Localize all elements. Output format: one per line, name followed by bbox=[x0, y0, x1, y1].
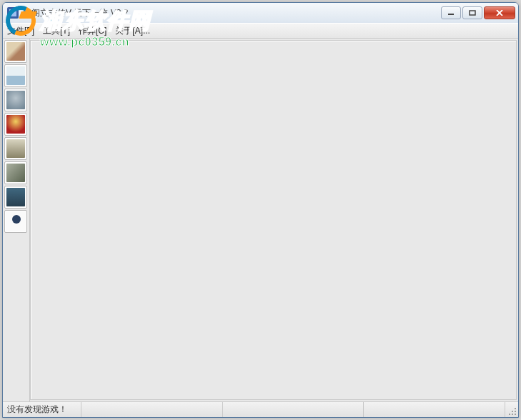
svg-point-4 bbox=[509, 414, 510, 415]
tool-thumb-icon bbox=[6, 164, 25, 182]
title-bar: 太阁立志传V 天下一统 V2.2 bbox=[3, 3, 518, 23]
side-toolbar bbox=[3, 39, 30, 401]
tool-thumb-icon bbox=[6, 42, 25, 61]
tool-thumb-icon bbox=[6, 188, 25, 206]
tool-button-7[interactable] bbox=[4, 210, 27, 233]
svg-point-6 bbox=[512, 411, 513, 412]
tool-thumb-icon bbox=[6, 91, 25, 109]
menu-about[interactable]: 关于[A]... bbox=[115, 25, 150, 37]
svg-point-7 bbox=[515, 408, 516, 409]
resize-grip-icon bbox=[508, 407, 517, 416]
tool-thumb-icon bbox=[6, 115, 25, 134]
status-cell-1 bbox=[81, 402, 223, 417]
svg-point-2 bbox=[515, 414, 516, 415]
app-icon bbox=[7, 7, 19, 19]
tool-button-3[interactable] bbox=[4, 113, 27, 136]
tool-button-0[interactable] bbox=[4, 40, 27, 63]
tool-thumb-icon bbox=[6, 139, 25, 158]
tool-button-4[interactable] bbox=[4, 137, 27, 160]
menu-file[interactable]: 文件[F] bbox=[7, 25, 34, 37]
content-panel bbox=[30, 40, 517, 400]
status-cell-2 bbox=[223, 402, 364, 417]
menu-bar: 文件[F] 工具[T] 作弊[C] 关于[A]... bbox=[3, 23, 518, 39]
client-area bbox=[3, 39, 518, 401]
status-bar: 没有发现游戏！ bbox=[3, 401, 518, 417]
minimize-button[interactable] bbox=[441, 6, 461, 19]
svg-point-3 bbox=[512, 414, 513, 415]
status-message: 没有发现游戏！ bbox=[3, 402, 81, 417]
svg-rect-1 bbox=[470, 11, 475, 15]
status-cell-3 bbox=[364, 402, 505, 417]
tool-button-1[interactable] bbox=[4, 64, 27, 87]
tool-button-5[interactable] bbox=[4, 161, 27, 184]
menu-cheat[interactable]: 作弊[C] bbox=[79, 25, 106, 37]
tool-button-2[interactable] bbox=[4, 89, 27, 111]
tool-button-6[interactable] bbox=[4, 186, 27, 209]
close-icon bbox=[496, 10, 503, 16]
svg-point-5 bbox=[515, 411, 516, 412]
tool-thumb-icon bbox=[6, 66, 25, 85]
resize-grip[interactable] bbox=[505, 402, 518, 417]
maximize-icon bbox=[469, 10, 476, 16]
minimize-icon bbox=[447, 10, 455, 16]
window-controls bbox=[441, 6, 515, 19]
close-button[interactable] bbox=[484, 6, 515, 19]
window-title: 太阁立志传V 天下一统 V2.2 bbox=[23, 7, 441, 19]
maximize-button[interactable] bbox=[462, 6, 482, 19]
menu-tools[interactable]: 工具[T] bbox=[43, 25, 70, 37]
app-window: 太阁立志传V 天下一统 V2.2 文件[F] 工具[T] 作弊[C] 关于[A]… bbox=[2, 2, 519, 418]
